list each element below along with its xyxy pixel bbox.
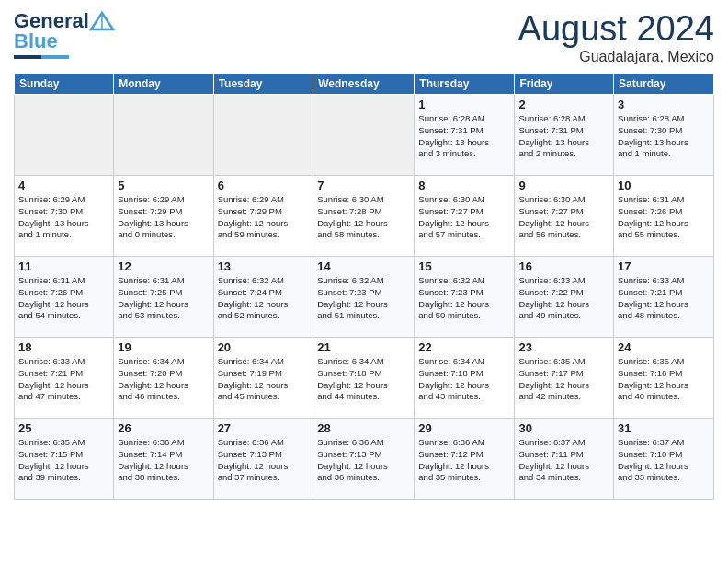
day-number: 12 [118, 259, 209, 273]
calendar-day: 3Sunrise: 6:28 AM Sunset: 7:30 PM Daylig… [614, 95, 714, 176]
day-info: Sunrise: 6:34 AM Sunset: 7:18 PM Dayligh… [418, 356, 510, 403]
day-info: Sunrise: 6:33 AM Sunset: 7:21 PM Dayligh… [618, 275, 710, 322]
day-number: 16 [518, 259, 609, 273]
calendar-week-5: 25Sunrise: 6:35 AM Sunset: 7:15 PM Dayli… [15, 419, 714, 500]
day-number: 7 [317, 178, 410, 192]
day-info: Sunrise: 6:29 AM Sunset: 7:30 PM Dayligh… [18, 194, 109, 241]
day-number: 19 [118, 340, 209, 354]
calendar-day: 28Sunrise: 6:36 AM Sunset: 7:13 PM Dayli… [313, 419, 415, 500]
calendar-day: 8Sunrise: 6:30 AM Sunset: 7:27 PM Daylig… [415, 176, 515, 257]
calendar-day: 29Sunrise: 6:36 AM Sunset: 7:12 PM Dayli… [415, 419, 515, 500]
logo-bar [14, 55, 69, 59]
day-number: 20 [218, 340, 310, 354]
col-tuesday: Tuesday [213, 74, 313, 95]
day-number: 14 [317, 259, 410, 273]
day-number: 29 [418, 421, 510, 435]
calendar-header-row: Sunday Monday Tuesday Wednesday Thursday… [15, 74, 714, 95]
day-number: 8 [418, 178, 510, 192]
day-info: Sunrise: 6:28 AM Sunset: 7:31 PM Dayligh… [518, 113, 609, 160]
day-number: 1 [418, 98, 510, 111]
calendar-day: 7Sunrise: 6:30 AM Sunset: 7:28 PM Daylig… [313, 176, 415, 257]
calendar-table: Sunday Monday Tuesday Wednesday Thursday… [14, 73, 714, 500]
col-thursday: Thursday [415, 74, 515, 95]
day-number: 10 [618, 178, 710, 192]
calendar-day: 10Sunrise: 6:31 AM Sunset: 7:26 PM Dayli… [614, 176, 714, 257]
calendar-body: 1Sunrise: 6:28 AM Sunset: 7:31 PM Daylig… [15, 95, 714, 500]
calendar-week-3: 11Sunrise: 6:31 AM Sunset: 7:26 PM Dayli… [15, 257, 714, 338]
calendar-day: 14Sunrise: 6:32 AM Sunset: 7:23 PM Dayli… [313, 257, 415, 338]
logo-icon [89, 11, 115, 31]
day-info: Sunrise: 6:32 AM Sunset: 7:24 PM Dayligh… [218, 275, 310, 322]
calendar-day: 21Sunrise: 6:34 AM Sunset: 7:18 PM Dayli… [313, 338, 415, 419]
calendar-week-1: 1Sunrise: 6:28 AM Sunset: 7:31 PM Daylig… [15, 95, 714, 176]
day-info: Sunrise: 6:30 AM Sunset: 7:28 PM Dayligh… [317, 194, 410, 241]
calendar-day: 17Sunrise: 6:33 AM Sunset: 7:21 PM Dayli… [614, 257, 714, 338]
day-info: Sunrise: 6:28 AM Sunset: 7:31 PM Dayligh… [418, 113, 510, 160]
calendar-day: 6Sunrise: 6:29 AM Sunset: 7:29 PM Daylig… [213, 176, 313, 257]
day-info: Sunrise: 6:30 AM Sunset: 7:27 PM Dayligh… [418, 194, 510, 241]
day-info: Sunrise: 6:29 AM Sunset: 7:29 PM Dayligh… [118, 194, 209, 241]
day-info: Sunrise: 6:31 AM Sunset: 7:26 PM Dayligh… [618, 194, 710, 241]
col-monday: Monday [114, 74, 213, 95]
calendar-day: 16Sunrise: 6:33 AM Sunset: 7:22 PM Dayli… [515, 257, 614, 338]
day-info: Sunrise: 6:36 AM Sunset: 7:13 PM Dayligh… [218, 437, 310, 484]
day-info: Sunrise: 6:33 AM Sunset: 7:22 PM Dayligh… [518, 275, 609, 322]
day-info: Sunrise: 6:34 AM Sunset: 7:18 PM Dayligh… [317, 356, 410, 403]
day-number: 31 [618, 421, 710, 435]
day-info: Sunrise: 6:28 AM Sunset: 7:30 PM Dayligh… [618, 113, 710, 160]
month-title: August 2024 [518, 9, 714, 49]
calendar-day [15, 95, 114, 176]
calendar-day: 2Sunrise: 6:28 AM Sunset: 7:31 PM Daylig… [515, 95, 614, 176]
calendar-day: 22Sunrise: 6:34 AM Sunset: 7:18 PM Dayli… [415, 338, 515, 419]
calendar-day: 18Sunrise: 6:33 AM Sunset: 7:21 PM Dayli… [15, 338, 114, 419]
day-info: Sunrise: 6:33 AM Sunset: 7:21 PM Dayligh… [18, 356, 109, 403]
day-info: Sunrise: 6:32 AM Sunset: 7:23 PM Dayligh… [418, 275, 510, 322]
day-info: Sunrise: 6:35 AM Sunset: 7:17 PM Dayligh… [518, 356, 609, 403]
day-number: 18 [18, 340, 109, 354]
day-info: Sunrise: 6:37 AM Sunset: 7:10 PM Dayligh… [618, 437, 710, 484]
day-number: 26 [118, 421, 209, 435]
day-number: 22 [418, 340, 510, 354]
day-info: Sunrise: 6:29 AM Sunset: 7:29 PM Dayligh… [218, 194, 310, 241]
day-number: 5 [118, 178, 209, 192]
calendar-day: 27Sunrise: 6:36 AM Sunset: 7:13 PM Dayli… [213, 419, 313, 500]
day-number: 3 [618, 98, 710, 111]
col-friday: Friday [515, 74, 614, 95]
day-number: 23 [518, 340, 609, 354]
day-info: Sunrise: 6:34 AM Sunset: 7:19 PM Dayligh… [218, 356, 310, 403]
title-block: August 2024 Guadalajara, Mexico [518, 9, 714, 65]
calendar-day: 31Sunrise: 6:37 AM Sunset: 7:10 PM Dayli… [614, 419, 714, 500]
calendar-day [114, 95, 213, 176]
calendar-week-2: 4Sunrise: 6:29 AM Sunset: 7:30 PM Daylig… [15, 176, 714, 257]
day-info: Sunrise: 6:35 AM Sunset: 7:16 PM Dayligh… [618, 356, 710, 403]
day-number: 11 [18, 259, 109, 273]
day-number: 15 [418, 259, 510, 273]
day-info: Sunrise: 6:36 AM Sunset: 7:12 PM Dayligh… [418, 437, 510, 484]
day-number: 9 [518, 178, 609, 192]
day-info: Sunrise: 6:31 AM Sunset: 7:26 PM Dayligh… [18, 275, 109, 322]
calendar-day: 20Sunrise: 6:34 AM Sunset: 7:19 PM Dayli… [213, 338, 313, 419]
header: General Blue August 2024 Guadalajara, Me… [14, 9, 714, 65]
calendar-day: 13Sunrise: 6:32 AM Sunset: 7:24 PM Dayli… [213, 257, 313, 338]
day-info: Sunrise: 6:31 AM Sunset: 7:25 PM Dayligh… [118, 275, 209, 322]
col-wednesday: Wednesday [313, 74, 415, 95]
calendar-day: 12Sunrise: 6:31 AM Sunset: 7:25 PM Dayli… [114, 257, 213, 338]
day-info: Sunrise: 6:34 AM Sunset: 7:20 PM Dayligh… [118, 356, 209, 403]
calendar-week-4: 18Sunrise: 6:33 AM Sunset: 7:21 PM Dayli… [15, 338, 714, 419]
day-number: 4 [18, 178, 109, 192]
day-info: Sunrise: 6:32 AM Sunset: 7:23 PM Dayligh… [317, 275, 410, 322]
calendar-day: 19Sunrise: 6:34 AM Sunset: 7:20 PM Dayli… [114, 338, 213, 419]
day-info: Sunrise: 6:37 AM Sunset: 7:11 PM Dayligh… [518, 437, 609, 484]
calendar-day [313, 95, 415, 176]
calendar-day: 23Sunrise: 6:35 AM Sunset: 7:17 PM Dayli… [515, 338, 614, 419]
calendar-day: 25Sunrise: 6:35 AM Sunset: 7:15 PM Dayli… [15, 419, 114, 500]
day-number: 2 [518, 98, 609, 111]
day-number: 13 [218, 259, 310, 273]
calendar-day: 4Sunrise: 6:29 AM Sunset: 7:30 PM Daylig… [15, 176, 114, 257]
day-info: Sunrise: 6:30 AM Sunset: 7:27 PM Dayligh… [518, 194, 609, 241]
col-sunday: Sunday [15, 74, 114, 95]
page-container: General Blue August 2024 Guadalajara, Me… [0, 0, 728, 504]
calendar-day: 30Sunrise: 6:37 AM Sunset: 7:11 PM Dayli… [515, 419, 614, 500]
day-number: 6 [218, 178, 310, 192]
logo-blue: Blue [14, 29, 58, 53]
